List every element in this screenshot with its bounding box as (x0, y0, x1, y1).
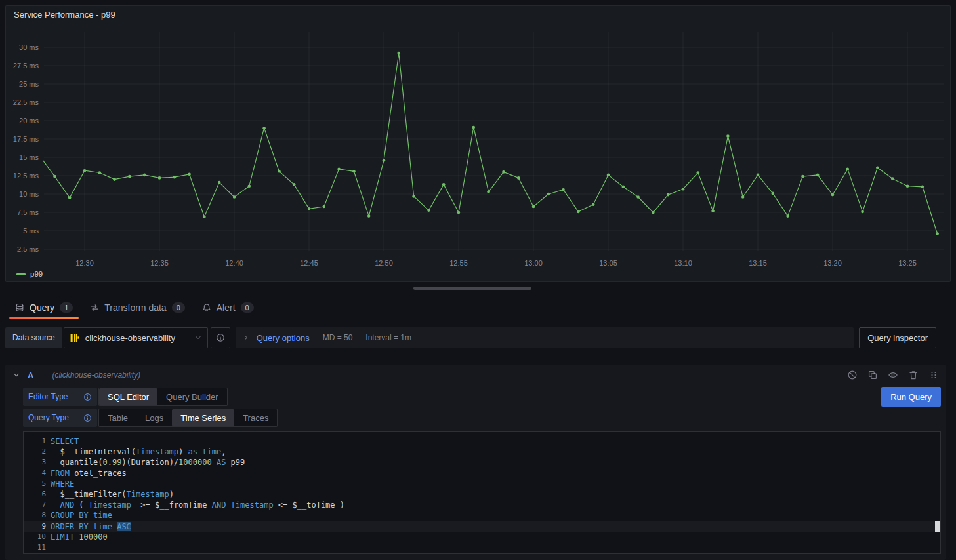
chart-point (891, 177, 894, 180)
line-number: 9 (24, 521, 46, 532)
query-type-row: Query Type TableLogsTime SeriesTraces (23, 408, 941, 428)
query-options-interval: Interval = 1m (365, 333, 411, 342)
chart-point (831, 193, 835, 197)
editor-tabs: Query 1 Transform data 0 Alert 0 (0, 296, 956, 319)
chart-point (786, 214, 789, 218)
line-number: 3 (24, 457, 46, 468)
angle-right-icon (242, 334, 250, 342)
horizontal-scrollbar-thumb[interactable] (413, 287, 531, 290)
code-line[interactable]: 10LIMIT 100000 (24, 532, 940, 542)
y-axis-label: 30 ms (19, 43, 39, 51)
chart-point (412, 195, 415, 198)
line-number: 11 (24, 542, 46, 553)
chart-point (876, 166, 879, 169)
chart-point (532, 205, 535, 209)
tab-transform-data[interactable]: Transform data 0 (81, 296, 194, 319)
query-toolbar: Data source clickhouse-observability Que… (5, 327, 936, 348)
chart-series-points (38, 52, 939, 235)
code-line[interactable]: 7 AND ( Timestamp >= $__fromTime AND Tim… (24, 500, 940, 510)
disable-icon[interactable] (847, 370, 858, 380)
y-axis-label: 5 ms (23, 227, 39, 235)
radio-option-traces[interactable]: Traces (234, 409, 277, 426)
datasource-picker[interactable]: clickhouse-observability (64, 327, 208, 348)
tab-alert[interactable]: Alert 0 (194, 296, 262, 319)
y-axis-label: 25 ms (19, 80, 39, 88)
code-line[interactable]: 2 $__timeInterval(Timestamp) as time, (24, 447, 940, 457)
chart-point (218, 181, 221, 184)
chart-point (772, 192, 775, 195)
chart-point (472, 126, 476, 129)
code-line[interactable]: 5WHERE (24, 479, 940, 489)
code-line[interactable]: 1SELECT (24, 436, 940, 447)
database-icon (15, 303, 24, 312)
chart-point (577, 210, 580, 214)
x-axis-label: 12:50 (375, 259, 393, 267)
line-number: 8 (24, 510, 46, 521)
query-row-header[interactable]: A (clickhouse-observability) (5, 365, 946, 386)
code-line[interactable]: 9ORDER BY time ASC (24, 521, 940, 532)
info-circle-icon[interactable] (83, 414, 92, 422)
x-axis-label: 12:55 (449, 259, 468, 267)
chart-point (667, 193, 670, 197)
y-axis-label: 15 ms (19, 153, 39, 161)
drag-handle-icon[interactable] (928, 370, 939, 380)
code-line[interactable]: 11 (24, 542, 940, 553)
info-circle-icon[interactable] (83, 393, 92, 401)
clickhouse-logo-icon (70, 332, 80, 343)
copy-icon[interactable] (867, 370, 878, 380)
run-query-button[interactable]: Run Query (881, 387, 941, 407)
chart-point (383, 159, 386, 162)
tab-count-badge: 0 (241, 302, 254, 313)
chart-point (262, 127, 266, 130)
eye-icon[interactable] (888, 370, 898, 380)
radio-option-time-series[interactable]: Time Series (172, 409, 234, 426)
chart-point (906, 184, 909, 188)
sql-editor[interactable]: 1SELECT2 $__timeInterval(Timestamp) as t… (23, 431, 941, 554)
editor-overview-cursor (935, 521, 940, 532)
panel-title: Service Performance - p99 (14, 10, 115, 20)
chart-point (816, 174, 820, 177)
query-type-label-text: Query Type (28, 413, 69, 422)
chart-point (293, 183, 296, 186)
code-line[interactable]: 8GROUP BY time (24, 510, 940, 521)
chart-point (936, 232, 939, 235)
tab-count-badge: 1 (60, 302, 73, 313)
x-axis-label: 13:00 (524, 259, 543, 267)
chart-legend-item[interactable]: p99 (16, 270, 43, 278)
datasource-label: Data source (5, 327, 62, 348)
radio-option-table[interactable]: Table (99, 409, 136, 426)
chart-point (143, 174, 146, 177)
chart-point (801, 175, 804, 178)
legend-series-swatch (16, 273, 26, 275)
query-options-bar[interactable]: Query options MD = 50 Interval = 1m (236, 327, 854, 348)
line-number: 7 (24, 500, 46, 510)
code-line[interactable]: 6 $__timeFilter(Timestamp) (24, 489, 940, 500)
tab-query[interactable]: Query 1 (7, 296, 81, 319)
code-line[interactable]: 3 quantile(0.99)(Duration)/1000000 AS p9… (24, 457, 940, 468)
code-line[interactable]: 4FROM otel_traces (24, 468, 940, 479)
sql-code-lines: 1SELECT2 $__timeInterval(Timestamp) as t… (24, 432, 940, 553)
chart-point (308, 207, 311, 210)
radio-option-sql-editor[interactable]: SQL Editor (99, 388, 157, 405)
chart-point (337, 168, 341, 171)
chart-svg[interactable]: 2.5 ms5 ms7.5 ms10 ms12.5 ms15 ms17.5 ms… (6, 6, 950, 281)
y-axis-label: 27.5 ms (13, 62, 39, 70)
y-axis-label: 20 ms (19, 117, 39, 125)
x-axis-label: 13:25 (898, 259, 917, 267)
y-axis-label: 22.5 ms (13, 98, 39, 106)
chart-point (502, 170, 505, 174)
chart-point (278, 170, 281, 173)
trash-icon[interactable] (908, 370, 919, 380)
x-axis-label: 12:30 (75, 259, 94, 267)
angle-down-icon[interactable] (12, 370, 21, 380)
line-number: 4 (24, 468, 46, 479)
radio-option-logs[interactable]: Logs (136, 409, 172, 426)
chart-point (98, 171, 102, 174)
datasource-help-button[interactable] (211, 327, 230, 348)
chart-point (367, 214, 371, 218)
query-options-toggle[interactable]: Query options (257, 333, 310, 343)
radio-option-query-builder[interactable]: Query Builder (157, 388, 226, 405)
chart-point (757, 174, 760, 177)
tab-label: Query (30, 302, 54, 313)
query-inspector-button[interactable]: Query inspector (859, 327, 936, 348)
